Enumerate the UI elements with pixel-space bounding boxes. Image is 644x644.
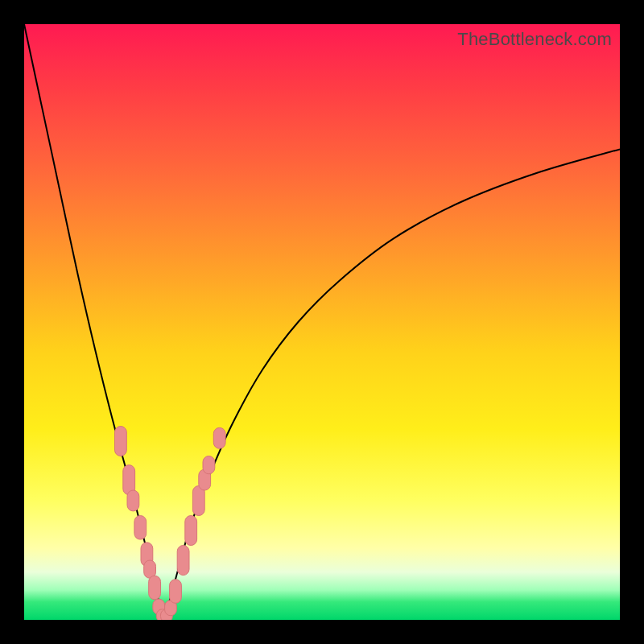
watermark-text: TheBottleneck.com: [457, 29, 612, 50]
curve-marker: [170, 580, 182, 604]
curve-markers: [115, 427, 226, 621]
curve-marker: [177, 546, 189, 576]
curve-marker: [127, 490, 139, 511]
curve-marker: [134, 516, 147, 540]
chart-frame: TheBottleneck.com: [24, 24, 620, 620]
bottleneck-curve: [24, 24, 620, 617]
curve-marker: [203, 456, 215, 474]
curve-marker: [149, 576, 161, 600]
bottleneck-plot: [24, 24, 620, 620]
curve-marker: [115, 427, 127, 456]
curve-marker: [213, 427, 225, 448]
curve-marker: [185, 516, 197, 546]
